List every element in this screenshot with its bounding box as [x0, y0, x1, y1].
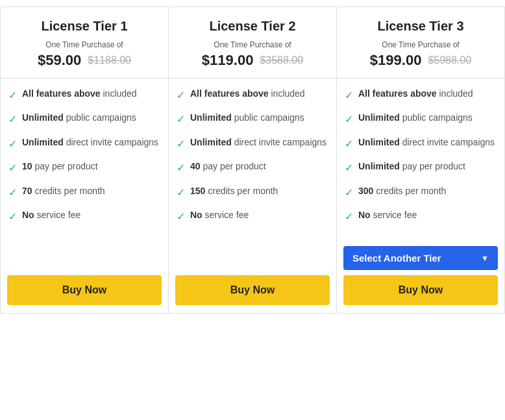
- check-icon-tier2-3: ✓: [177, 161, 185, 175]
- feature-item-tier2-3: ✓40 pay per product: [177, 160, 327, 175]
- card-header-tier2: License Tier 2One Time Purchase of$119.0…: [169, 7, 336, 79]
- check-icon-tier3-1: ✓: [345, 112, 353, 127]
- check-icon-tier2-0: ✓: [177, 88, 185, 103]
- check-icon-tier3-3: ✓: [345, 161, 353, 175]
- feature-item-tier1-5: ✓No service fee: [8, 209, 159, 224]
- feature-text-tier3-0: All features above included: [358, 88, 473, 101]
- check-icon-tier1-5: ✓: [8, 210, 17, 224]
- feature-text-tier3-4: 300 credits per month: [358, 185, 446, 198]
- check-icon-tier1-2: ✓: [8, 137, 17, 151]
- feature-item-tier1-4: ✓70 credits per month: [8, 185, 159, 200]
- card-title-tier2: License Tier 2: [175, 19, 330, 34]
- buy-now-button-tier3[interactable]: Buy Now: [343, 275, 498, 305]
- feature-text-tier1-5: No service fee: [22, 209, 80, 222]
- pricing-container: License Tier 1One Time Purchase of$59.00…: [0, 6, 505, 314]
- feature-text-tier2-0: All features above included: [190, 88, 305, 101]
- card-features-tier3: ✓All features above included✓Unlimited p…: [337, 79, 504, 240]
- check-icon-tier3-2: ✓: [345, 137, 353, 151]
- price-label-tier1: One Time Purchase of: [7, 40, 162, 49]
- feature-item-tier2-1: ✓Unlimited public campaigns: [177, 112, 327, 127]
- feature-bold-tier2-4: 150: [190, 186, 205, 196]
- check-icon-tier1-4: ✓: [8, 186, 17, 200]
- feature-text-tier1-4: 70 credits per month: [22, 185, 105, 198]
- price-row-tier2: $119.00$3588.00: [175, 52, 330, 69]
- feature-text-tier1-1: Unlimited public campaigns: [22, 112, 136, 125]
- feature-text-tier3-3: Unlimited pay per product: [358, 160, 465, 173]
- feature-item-tier1-1: ✓Unlimited public campaigns: [8, 112, 159, 127]
- feature-bold-tier1-4: 70: [22, 186, 32, 196]
- feature-item-tier1-2: ✓Unlimited direct invite campaigns: [8, 136, 159, 151]
- check-icon-tier3-0: ✓: [345, 88, 353, 103]
- feature-bold-tier3-0: All features above: [358, 88, 437, 99]
- feature-text-tier3-5: No service fee: [358, 209, 417, 222]
- card-title-tier3: License Tier 3: [343, 19, 498, 34]
- feature-text-tier3-2: Unlimited direct invite campaigns: [358, 136, 495, 149]
- feature-bold-tier2-0: All features above: [190, 88, 269, 99]
- card-footer-tier2: Buy Now: [169, 269, 336, 313]
- check-icon-tier2-5: ✓: [177, 210, 185, 224]
- price-label-tier3: One Time Purchase of: [343, 40, 498, 49]
- feature-item-tier2-4: ✓150 credits per month: [177, 185, 327, 200]
- feature-bold-tier2-5: No: [190, 210, 203, 220]
- feature-text-tier2-3: 40 pay per product: [190, 160, 266, 173]
- feature-text-tier1-3: 10 pay per product: [22, 160, 98, 173]
- current-price-tier3: $199.00: [370, 52, 422, 69]
- check-icon-tier1-3: ✓: [8, 161, 17, 175]
- check-icon-tier2-1: ✓: [177, 112, 185, 127]
- feature-item-tier2-2: ✓Unlimited direct invite campaigns: [177, 136, 327, 151]
- card-tier3: License Tier 3One Time Purchase of$199.0…: [337, 6, 505, 314]
- feature-bold-tier3-5: No: [358, 210, 371, 220]
- buy-now-button-tier2[interactable]: Buy Now: [175, 275, 330, 305]
- feature-bold-tier2-2: Unlimited: [190, 137, 232, 147]
- select-tier-button-tier3[interactable]: Select Another Tier▼: [343, 246, 498, 270]
- card-footer-tier3: Select Another Tier▼Buy Now: [337, 240, 504, 313]
- feature-text-tier2-1: Unlimited public campaigns: [190, 112, 304, 125]
- feature-bold-tier3-3: Unlimited: [358, 161, 400, 171]
- feature-item-tier2-5: ✓No service fee: [177, 209, 327, 224]
- feature-bold-tier3-2: Unlimited: [358, 137, 400, 147]
- feature-bold-tier3-1: Unlimited: [358, 112, 400, 123]
- card-tier1: License Tier 1One Time Purchase of$59.00…: [0, 6, 169, 314]
- price-row-tier1: $59.00$1188.00: [7, 52, 162, 69]
- feature-text-tier1-2: Unlimited direct invite campaigns: [22, 136, 158, 149]
- card-features-tier1: ✓All features above included✓Unlimited p…: [1, 79, 168, 269]
- feature-bold-tier1-5: No: [22, 210, 34, 220]
- feature-bold-tier1-1: Unlimited: [22, 112, 64, 123]
- card-header-tier1: License Tier 1One Time Purchase of$59.00…: [1, 7, 168, 79]
- feature-item-tier3-3: ✓Unlimited pay per product: [345, 160, 495, 175]
- feature-text-tier1-0: All features above included: [22, 88, 137, 101]
- feature-bold-tier1-3: 10: [22, 161, 32, 171]
- price-label-tier2: One Time Purchase of: [175, 40, 330, 49]
- current-price-tier2: $119.00: [202, 52, 254, 69]
- card-footer-tier1: Buy Now: [1, 269, 168, 313]
- feature-item-tier1-0: ✓All features above included: [8, 88, 159, 103]
- buy-now-button-tier1[interactable]: Buy Now: [7, 275, 162, 305]
- check-icon-tier2-2: ✓: [177, 137, 185, 151]
- check-icon-tier3-4: ✓: [345, 186, 353, 200]
- feature-item-tier3-0: ✓All features above included: [345, 88, 495, 103]
- select-tier-label-tier3: Select Another Tier: [352, 253, 441, 264]
- card-features-tier2: ✓All features above included✓Unlimited p…: [169, 79, 336, 269]
- feature-item-tier1-3: ✓10 pay per product: [8, 160, 159, 175]
- feature-item-tier3-2: ✓Unlimited direct invite campaigns: [345, 136, 495, 151]
- feature-bold-tier3-4: 300: [358, 186, 373, 196]
- feature-bold-tier2-1: Unlimited: [190, 112, 232, 123]
- feature-text-tier2-2: Unlimited direct invite campaigns: [190, 136, 326, 149]
- feature-text-tier2-5: No service fee: [190, 209, 249, 222]
- check-icon-tier2-4: ✓: [177, 186, 185, 200]
- price-row-tier3: $199.00$5988.00: [343, 52, 498, 69]
- card-header-tier3: License Tier 3One Time Purchase of$199.0…: [337, 7, 504, 79]
- original-price-tier3: $5988.00: [428, 55, 471, 66]
- feature-item-tier3-1: ✓Unlimited public campaigns: [345, 112, 495, 127]
- feature-item-tier3-4: ✓300 credits per month: [345, 185, 495, 200]
- check-icon-tier3-5: ✓: [345, 210, 353, 224]
- card-tier2: License Tier 2One Time Purchase of$119.0…: [169, 6, 337, 314]
- chevron-down-icon-tier3: ▼: [481, 254, 489, 263]
- original-price-tier1: $1188.00: [88, 55, 131, 66]
- card-title-tier1: License Tier 1: [7, 19, 162, 34]
- feature-bold-tier1-2: Unlimited: [22, 137, 64, 147]
- feature-text-tier2-4: 150 credits per month: [190, 185, 278, 198]
- feature-bold-tier2-3: 40: [190, 161, 201, 171]
- feature-item-tier3-5: ✓No service fee: [345, 209, 495, 224]
- current-price-tier1: $59.00: [38, 52, 81, 69]
